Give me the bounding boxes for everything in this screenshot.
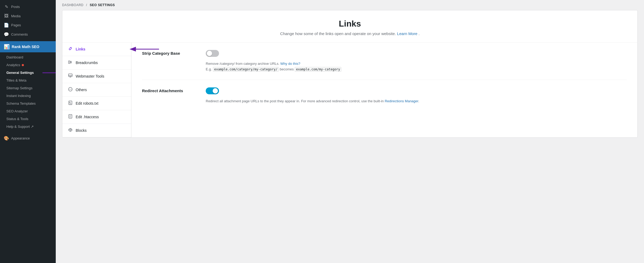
analytics-dot [22, 64, 24, 66]
main-content: DASHBOARD / SEO SETTINGS Links Change ho… [56, 0, 644, 263]
sidebar-top-items: ✎ Posts 🖼 Media 📄 Pages 💬 Comments [0, 0, 56, 41]
setting-control-redirect-attachments: Redirect all attachment page URLs to the… [206, 87, 627, 104]
page-header: Links Change how some of the links open … [62, 10, 637, 43]
others-nav-icon [68, 87, 73, 93]
svg-rect-8 [69, 101, 72, 105]
settings-content: Strip Category Base Remove /category/ fr… [131, 43, 637, 137]
svg-rect-3 [68, 74, 72, 77]
rank-math-header[interactable]: 📊 Rank Math SEO [0, 41, 56, 52]
redirect-attachments-toggle[interactable] [206, 87, 219, 94]
redirections-manager-link[interactable]: Redirections Manager [385, 99, 418, 103]
code-example-after: example.com/my-category [295, 67, 341, 72]
settings-nav-item-webmaster-tools[interactable]: Webmaster Tools [62, 70, 131, 83]
media-icon: 🖼 [4, 14, 9, 18]
sidebar-item-appearance[interactable]: 🎨 Appearance [0, 134, 56, 143]
svg-point-5 [69, 89, 70, 90]
breadcrumbs-nav-icon [68, 60, 73, 66]
webmaster-tools-nav-icon [68, 73, 73, 79]
sidebar-item-comments[interactable]: 💬 Comments [0, 30, 56, 39]
settings-nav-label: Breadcrumbs [76, 61, 98, 65]
settings-nav-label: Links [76, 47, 85, 51]
strip-category-toggle[interactable] [206, 50, 219, 57]
rank-math-section: 📊 Rank Math SEO [0, 41, 56, 52]
rank-math-icon: 📊 [4, 44, 10, 50]
sidebar-item-label: Posts [11, 5, 20, 9]
settings-layout: Links [62, 43, 637, 137]
settings-nav-item-edit-htaccess[interactable]: Edit .htaccess [62, 110, 131, 124]
sidebar-item-analytics[interactable]: Analytics [0, 61, 56, 69]
settings-nav-item-edit-robots[interactable]: Edit robots.txt [62, 97, 131, 110]
strip-category-description: Remove /category/ from category archive … [206, 61, 627, 72]
sidebar-item-label: Media [11, 14, 20, 18]
setting-row-redirect-attachments: Redirect Attachments Redirect all attach… [142, 80, 627, 112]
sidebar-item-general-settings[interactable]: General Settings [0, 69, 56, 77]
pages-icon: 📄 [4, 23, 9, 28]
sidebar-item-seo-analyzer[interactable]: SEO Analyzer [0, 107, 56, 115]
settings-nav-item-breadcrumbs[interactable]: Breadcrumbs [62, 56, 131, 70]
toggle-thumb [213, 88, 218, 94]
svg-point-9 [70, 102, 70, 103]
settings-nav-label: Webmaster Tools [76, 74, 104, 78]
breadcrumb-dashboard[interactable]: DASHBOARD [62, 3, 84, 7]
content-card: Links Change how some of the links open … [62, 10, 638, 138]
svg-point-7 [71, 89, 72, 90]
links-nav-icon [68, 46, 73, 52]
rank-math-label: Rank Math SEO [12, 45, 39, 49]
blocks-nav-icon [68, 128, 73, 133]
settings-nav-item-links[interactable]: Links [62, 43, 131, 56]
appearance-icon: 🎨 [4, 136, 9, 141]
posts-icon: ✎ [4, 4, 9, 9]
breadcrumb-current: SEO SETTINGS [90, 3, 115, 7]
setting-row-strip-category-base: Strip Category Base Remove /category/ fr… [142, 43, 627, 80]
breadcrumb-separator: / [86, 3, 87, 7]
svg-point-6 [70, 89, 71, 90]
code-example-before: example.com/category/my-category/ [213, 67, 279, 72]
sidebar-arrow-icon [42, 69, 56, 77]
settings-nav-label: Edit robots.txt [76, 101, 98, 105]
sidebar-item-schema-templates[interactable]: Schema Templates [0, 100, 56, 107]
sidebar-item-pages[interactable]: 📄 Pages [0, 20, 56, 30]
breadcrumb: DASHBOARD / SEO SETTINGS [56, 0, 644, 10]
settings-nav-label: Edit .htaccess [76, 115, 99, 119]
sidebar-item-instant-indexing[interactable]: Instant Indexing [0, 92, 56, 100]
sidebar-item-posts[interactable]: ✎ Posts [0, 2, 56, 11]
svg-rect-2 [68, 61, 70, 63]
sidebar-item-label: Comments [11, 32, 28, 36]
sidebar-item-dashboard[interactable]: Dashboard [0, 53, 56, 61]
sidebar-item-media[interactable]: 🖼 Media [0, 11, 56, 20]
sidebar: ✎ Posts 🖼 Media 📄 Pages 💬 Comments 📊 Ran… [0, 0, 56, 263]
why-do-this-link[interactable]: Why do this? [280, 62, 300, 66]
sidebar-item-status-tools[interactable]: Status & Tools [0, 115, 56, 123]
page-title: Links [73, 19, 627, 29]
toggle-thumb [207, 51, 212, 56]
sidebar-item-label: Pages [11, 23, 21, 27]
page-description: Change how some of the links open and op… [73, 31, 627, 36]
setting-label-redirect-attachments: Redirect Attachments [142, 87, 195, 93]
settings-nav-label: Blocks [76, 128, 87, 133]
rank-math-submenu: Dashboard Analytics General Settings Tit… [0, 52, 56, 132]
sidebar-item-titles-meta[interactable]: Titles & Meta [0, 77, 56, 84]
settings-nav-item-others[interactable]: Others [62, 83, 131, 97]
edit-htaccess-nav-icon [68, 114, 73, 120]
settings-nav: Links [62, 43, 131, 137]
redirect-attachments-description: Redirect all attachment page URLs to the… [206, 99, 627, 104]
nav-arrow-icon [128, 44, 160, 54]
sidebar-item-help-support[interactable]: Help & Support ↗ [0, 123, 56, 130]
settings-nav-label: Others [76, 88, 87, 92]
setting-control-strip-category: Remove /category/ from category archive … [206, 50, 627, 72]
learn-more-link[interactable]: Learn More [397, 31, 418, 36]
edit-robots-nav-icon [68, 100, 73, 106]
sidebar-item-sitemap-settings[interactable]: Sitemap Settings [0, 84, 56, 92]
sidebar-item-label: Appearance [11, 136, 30, 140]
settings-nav-item-blocks[interactable]: Blocks [62, 124, 131, 137]
comments-icon: 💬 [4, 32, 9, 37]
